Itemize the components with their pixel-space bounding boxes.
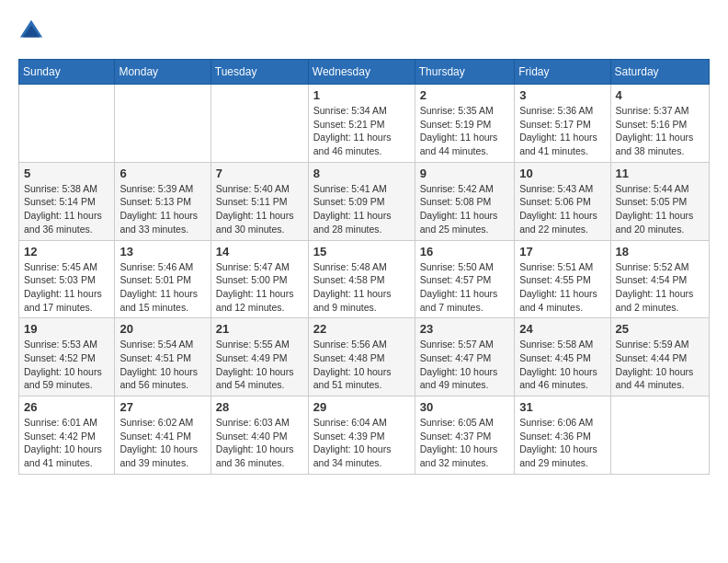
day-info: Sunrise: 5:43 AMSunset: 5:06 PMDaylight:…	[519, 182, 605, 236]
day-info: Sunrise: 5:47 AMSunset: 5:00 PMDaylight:…	[216, 260, 303, 315]
day-info: Sunrise: 5:38 AMSunset: 5:14 PMDaylight:…	[24, 182, 109, 236]
calendar-cell: 7 Sunrise: 5:40 AMSunset: 5:11 PMDayligh…	[210, 162, 308, 240]
calendar-cell: 21 Sunrise: 5:55 AMSunset: 4:49 PMDaylig…	[210, 318, 308, 396]
calendar-cell: 27 Sunrise: 6:02 AMSunset: 4:41 PMDaylig…	[115, 396, 210, 475]
calendar-cell: 18 Sunrise: 5:52 AMSunset: 4:54 PMDaylig…	[610, 240, 709, 318]
day-info: Sunrise: 6:04 AMSunset: 4:39 PMDaylight:…	[313, 416, 410, 470]
calendar-cell: 13 Sunrise: 5:46 AMSunset: 5:01 PMDaylig…	[115, 240, 210, 318]
day-info: Sunrise: 5:51 AMSunset: 4:55 PMDaylight:…	[519, 260, 605, 315]
day-number: 26	[24, 400, 109, 414]
day-number: 30	[420, 400, 509, 414]
weekday-header-row: SundayMondayTuesdayWednesdayThursdayFrid…	[19, 60, 710, 85]
day-info: Sunrise: 6:02 AMSunset: 4:41 PMDaylight:…	[119, 416, 205, 470]
day-number: 27	[119, 400, 205, 414]
calendar-cell	[610, 396, 709, 475]
logo-icon	[18, 18, 44, 44]
calendar-cell: 14 Sunrise: 5:47 AMSunset: 5:00 PMDaylig…	[210, 240, 308, 318]
calendar-week-row: 26 Sunrise: 6:01 AMSunset: 4:42 PMDaylig…	[19, 396, 710, 475]
day-number: 8	[313, 167, 410, 180]
day-info: Sunrise: 5:39 AMSunset: 5:13 PMDaylight:…	[119, 182, 205, 236]
day-number: 1	[313, 88, 410, 102]
calendar-cell: 8 Sunrise: 5:41 AMSunset: 5:09 PMDayligh…	[308, 162, 415, 240]
calendar-cell: 1 Sunrise: 5:34 AMSunset: 5:21 PMDayligh…	[308, 85, 415, 163]
day-info: Sunrise: 5:35 AMSunset: 5:19 PMDaylight:…	[420, 104, 509, 158]
day-info: Sunrise: 5:36 AMSunset: 5:17 PMDaylight:…	[519, 104, 605, 158]
day-number: 22	[313, 322, 410, 336]
day-number: 15	[313, 245, 410, 259]
day-info: Sunrise: 5:52 AMSunset: 4:54 PMDaylight:…	[616, 260, 704, 315]
weekday-header: Monday	[115, 60, 210, 85]
calendar-cell: 24 Sunrise: 5:58 AMSunset: 4:45 PMDaylig…	[515, 318, 610, 396]
calendar-week-row: 12 Sunrise: 5:45 AMSunset: 5:03 PMDaylig…	[19, 240, 710, 318]
day-info: Sunrise: 5:42 AMSunset: 5:08 PMDaylight:…	[420, 182, 509, 236]
day-number: 4	[616, 88, 704, 102]
weekday-header: Friday	[515, 60, 610, 85]
day-number: 16	[420, 245, 509, 259]
weekday-header: Sunday	[19, 60, 115, 85]
calendar-cell: 12 Sunrise: 5:45 AMSunset: 5:03 PMDaylig…	[19, 240, 115, 318]
calendar-cell: 22 Sunrise: 5:56 AMSunset: 4:48 PMDaylig…	[308, 318, 415, 396]
calendar-cell: 16 Sunrise: 5:50 AMSunset: 4:57 PMDaylig…	[415, 240, 514, 318]
page-header	[18, 18, 710, 44]
day-number: 20	[119, 322, 205, 336]
day-number: 5	[24, 167, 109, 180]
weekday-header: Saturday	[610, 60, 709, 85]
day-number: 12	[24, 245, 109, 259]
weekday-header: Tuesday	[210, 60, 308, 85]
day-info: Sunrise: 5:57 AMSunset: 4:47 PMDaylight:…	[420, 338, 509, 392]
day-info: Sunrise: 5:46 AMSunset: 5:01 PMDaylight:…	[119, 260, 205, 315]
day-info: Sunrise: 5:34 AMSunset: 5:21 PMDaylight:…	[313, 104, 410, 158]
day-number: 13	[119, 245, 205, 259]
day-info: Sunrise: 6:01 AMSunset: 4:42 PMDaylight:…	[24, 416, 109, 470]
day-number: 3	[519, 88, 605, 102]
day-info: Sunrise: 5:44 AMSunset: 5:05 PMDaylight:…	[616, 182, 704, 236]
calendar-cell: 29 Sunrise: 6:04 AMSunset: 4:39 PMDaylig…	[308, 396, 415, 475]
day-info: Sunrise: 5:45 AMSunset: 5:03 PMDaylight:…	[24, 260, 109, 315]
calendar-cell: 2 Sunrise: 5:35 AMSunset: 5:19 PMDayligh…	[415, 85, 514, 163]
day-number: 31	[519, 400, 605, 414]
day-number: 17	[519, 245, 605, 259]
calendar-cell: 9 Sunrise: 5:42 AMSunset: 5:08 PMDayligh…	[415, 162, 514, 240]
day-number: 28	[216, 400, 303, 414]
day-number: 7	[216, 167, 303, 180]
calendar-cell	[210, 85, 308, 163]
calendar-cell: 30 Sunrise: 6:05 AMSunset: 4:37 PMDaylig…	[415, 396, 514, 475]
day-number: 23	[420, 322, 509, 336]
day-info: Sunrise: 6:05 AMSunset: 4:37 PMDaylight:…	[420, 416, 509, 470]
calendar-cell	[19, 85, 115, 163]
calendar-cell: 6 Sunrise: 5:39 AMSunset: 5:13 PMDayligh…	[115, 162, 210, 240]
day-info: Sunrise: 5:53 AMSunset: 4:52 PMDaylight:…	[24, 338, 109, 392]
calendar-cell: 23 Sunrise: 5:57 AMSunset: 4:47 PMDaylig…	[415, 318, 514, 396]
calendar-cell: 19 Sunrise: 5:53 AMSunset: 4:52 PMDaylig…	[19, 318, 115, 396]
day-info: Sunrise: 5:37 AMSunset: 5:16 PMDaylight:…	[616, 104, 704, 158]
calendar-cell: 4 Sunrise: 5:37 AMSunset: 5:16 PMDayligh…	[610, 85, 709, 163]
calendar-week-row: 19 Sunrise: 5:53 AMSunset: 4:52 PMDaylig…	[19, 318, 710, 396]
day-info: Sunrise: 5:40 AMSunset: 5:11 PMDaylight:…	[216, 182, 303, 236]
day-number: 19	[24, 322, 109, 336]
calendar-cell: 31 Sunrise: 6:06 AMSunset: 4:36 PMDaylig…	[515, 396, 610, 475]
day-number: 14	[216, 245, 303, 259]
calendar-cell: 10 Sunrise: 5:43 AMSunset: 5:06 PMDaylig…	[515, 162, 610, 240]
day-info: Sunrise: 5:55 AMSunset: 4:49 PMDaylight:…	[216, 338, 303, 392]
day-info: Sunrise: 5:54 AMSunset: 4:51 PMDaylight:…	[119, 338, 205, 392]
calendar-cell: 11 Sunrise: 5:44 AMSunset: 5:05 PMDaylig…	[610, 162, 709, 240]
calendar-week-row: 1 Sunrise: 5:34 AMSunset: 5:21 PMDayligh…	[19, 85, 710, 163]
logo	[18, 18, 50, 44]
calendar-cell: 20 Sunrise: 5:54 AMSunset: 4:51 PMDaylig…	[115, 318, 210, 396]
day-number: 29	[313, 400, 410, 414]
weekday-header: Wednesday	[308, 60, 415, 85]
day-number: 10	[519, 167, 605, 180]
day-info: Sunrise: 5:56 AMSunset: 4:48 PMDaylight:…	[313, 338, 410, 392]
day-info: Sunrise: 5:59 AMSunset: 4:44 PMDaylight:…	[616, 338, 704, 392]
calendar-cell: 25 Sunrise: 5:59 AMSunset: 4:44 PMDaylig…	[610, 318, 709, 396]
day-info: Sunrise: 6:06 AMSunset: 4:36 PMDaylight:…	[519, 416, 605, 470]
day-info: Sunrise: 5:58 AMSunset: 4:45 PMDaylight:…	[519, 338, 605, 392]
day-info: Sunrise: 6:03 AMSunset: 4:40 PMDaylight:…	[216, 416, 303, 470]
weekday-header: Thursday	[415, 60, 514, 85]
calendar-cell: 15 Sunrise: 5:48 AMSunset: 4:58 PMDaylig…	[308, 240, 415, 318]
day-number: 24	[519, 322, 605, 336]
calendar-cell: 28 Sunrise: 6:03 AMSunset: 4:40 PMDaylig…	[210, 396, 308, 475]
day-number: 9	[420, 167, 509, 180]
day-number: 11	[616, 167, 704, 180]
day-info: Sunrise: 5:50 AMSunset: 4:57 PMDaylight:…	[420, 260, 509, 315]
